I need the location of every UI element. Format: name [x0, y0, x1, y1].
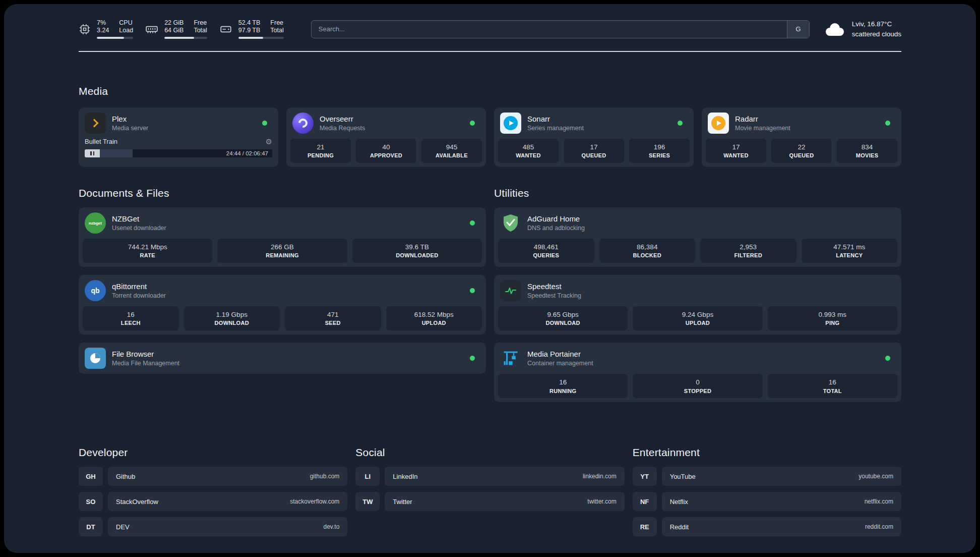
- bookmark-link[interactable]: Reddit reddit.com: [662, 517, 901, 536]
- app-card-sonarr[interactable]: Sonarr Series management 485 WANTED 17 Q…: [494, 107, 694, 167]
- app-card-speedtest[interactable]: Speedtest Speedtest Tracking 9.65 Gbps D…: [494, 275, 901, 335]
- stat-label: WANTED: [708, 152, 764, 159]
- stat-value: 0.993 ms: [770, 310, 895, 319]
- portainer-crane-icon: [500, 348, 521, 369]
- stat-label: QUEUED: [773, 152, 830, 159]
- stat-label: QUEUED: [566, 152, 622, 159]
- app-card-qbittorrent[interactable]: qb qBittorrent Torrent downloader 16 LEE…: [79, 275, 486, 335]
- weather-location: Lviv, 16.87°C: [852, 19, 901, 29]
- app-name: AdGuard Home: [527, 214, 585, 224]
- bookmark-abbr[interactable]: SO: [79, 492, 103, 511]
- stat-tile: 196 SERIES: [629, 139, 690, 163]
- app-name: Plex: [112, 114, 148, 124]
- cloud-icon: [823, 21, 846, 38]
- app-card-adguard[interactable]: AdGuard Home DNS and adblocking 498,461 …: [494, 207, 901, 267]
- search-input[interactable]: [312, 21, 787, 38]
- app-card-filebrowser[interactable]: File Browser Media File Management: [79, 343, 486, 374]
- stat-tile: 9.65 Gbps DOWNLOAD: [498, 306, 628, 330]
- app-name: Sonarr: [527, 114, 584, 124]
- weather-widget: Lviv, 16.87°C scattered clouds: [823, 19, 901, 39]
- topbar: 7% CPU 3.24 Load 22: [79, 4, 901, 39]
- app-subtitle: Media Requests: [320, 124, 365, 132]
- bookmark-link[interactable]: Twitter twitter.com: [385, 492, 624, 511]
- radarr-icon: [708, 113, 729, 134]
- bookmark-abbr[interactable]: DT: [79, 517, 103, 536]
- bookmark-url: twitter.com: [587, 498, 616, 505]
- bookmark-link[interactable]: YouTube youtube.com: [662, 467, 901, 486]
- section-title-utilities: Utilities: [494, 187, 901, 199]
- status-dot: [885, 356, 890, 361]
- memory-free-value: 22 GiB: [164, 19, 183, 26]
- bookmark-twitter: TW Twitter twitter.com: [355, 492, 624, 511]
- cpu-widget: 7% CPU 3.24 Load: [79, 19, 133, 39]
- app-card-radarr[interactable]: Radarr Movie management 17 WANTED 22 QUE…: [702, 107, 901, 167]
- pause-button[interactable]: [85, 149, 100, 157]
- settings-gear-icon[interactable]: ⚙: [266, 138, 272, 145]
- stat-label: DOWNLOAD: [186, 319, 278, 327]
- memory-icon: [145, 23, 158, 36]
- bookmark-abbr[interactable]: TW: [355, 492, 380, 511]
- status-dot: [470, 121, 475, 126]
- stat-value: 196: [631, 143, 688, 152]
- stat-tile: 39.6 TB DOWNLOADED: [352, 239, 482, 263]
- bookmark-link[interactable]: Github github.com: [108, 467, 347, 486]
- bookmark-link[interactable]: Netflix netflix.com: [662, 492, 901, 511]
- stat-tile: 266 GB REMAINING: [217, 239, 347, 263]
- stat-tile: 17 WANTED: [706, 139, 766, 163]
- stat-label: PENDING: [292, 152, 349, 159]
- app-card-overseerr[interactable]: Overseerr Media Requests 21 PENDING 40 A…: [286, 107, 486, 167]
- app-subtitle: Media server: [112, 124, 148, 132]
- memory-total-label: Total: [194, 27, 207, 34]
- bookmark-netflix: NF Netflix netflix.com: [633, 492, 901, 511]
- bookmark-link[interactable]: StackOverflow stackoverflow.com: [108, 492, 347, 511]
- stat-value: 17: [566, 143, 622, 152]
- stat-label: DOWNLOAD: [500, 319, 626, 327]
- app-card-portainer[interactable]: Media Portainer Container management 16 …: [494, 343, 901, 402]
- stat-value: 2,953: [702, 243, 794, 252]
- app-name: Overseerr: [320, 114, 365, 124]
- stat-label: LEECH: [85, 319, 177, 327]
- app-subtitle: Movie management: [735, 124, 790, 132]
- stat-tile: 0 STOPPED: [633, 374, 762, 398]
- bookmark-stackoverflow: SO StackOverflow stackoverflow.com: [79, 492, 347, 511]
- app-name: Radarr: [735, 114, 790, 124]
- bookmark-linkedin: LI LinkedIn linkedin.com: [355, 467, 624, 486]
- stat-tile: 485 WANTED: [498, 139, 559, 163]
- bookmark-abbr[interactable]: LI: [355, 467, 380, 486]
- app-name: Media Portainer: [527, 349, 593, 359]
- bookmark-dev: DT DEV dev.to: [79, 517, 347, 536]
- stat-tile: 16 RUNNING: [498, 374, 628, 398]
- bookmark-abbr[interactable]: NF: [633, 492, 657, 511]
- bookmark-github: GH Github github.com: [79, 467, 347, 486]
- disk-widget: 52.4 TB Free 97.9 TB Total: [219, 19, 284, 39]
- disk-total-label: Total: [270, 27, 283, 34]
- bookmark-link[interactable]: LinkedIn linkedin.com: [385, 467, 624, 486]
- stat-tile: 498,461 QUERIES: [498, 239, 594, 263]
- dashboard-frame: 7% CPU 3.24 Load 22: [4, 4, 976, 553]
- cpu-usage-bar: [97, 37, 133, 39]
- app-card-plex[interactable]: Plex Media server Bullet Train ⚙: [79, 107, 278, 167]
- section-title-media: Media: [79, 85, 901, 97]
- speedtest-icon: [500, 280, 521, 301]
- stat-value: 1.19 Gbps: [186, 310, 278, 319]
- bookmark-abbr[interactable]: RE: [633, 517, 657, 536]
- status-dot: [470, 356, 475, 361]
- disk-free-value: 52.4 TB: [238, 19, 261, 26]
- bookmark-link[interactable]: DEV dev.to: [108, 517, 347, 536]
- stat-value: 0: [635, 378, 760, 387]
- stat-label: QUERIES: [500, 252, 592, 259]
- search-provider-button[interactable]: G: [787, 21, 809, 38]
- bookmark-name: Github: [116, 473, 135, 480]
- stat-tile: 945 AVAILABLE: [421, 139, 482, 163]
- app-name: File Browser: [112, 349, 179, 359]
- stat-tile: 16 LEECH: [83, 306, 179, 330]
- bookmark-abbr[interactable]: YT: [633, 467, 657, 486]
- section-documents: Documents & Files nzbget NZBGet Usenet d…: [79, 187, 486, 374]
- stat-tile: 471 SEED: [285, 306, 381, 330]
- section-title-documents: Documents & Files: [79, 187, 486, 199]
- playback-progress-bar[interactable]: 24:44 / 02:06:47: [100, 149, 272, 157]
- app-card-nzbget[interactable]: nzbget NZBGet Usenet downloader 744.21 M…: [79, 207, 486, 267]
- bookmark-name: DEV: [116, 523, 130, 531]
- section-entertainment: Entertainment YT YouTube youtube.com NF …: [633, 447, 901, 536]
- bookmark-abbr[interactable]: GH: [79, 467, 103, 486]
